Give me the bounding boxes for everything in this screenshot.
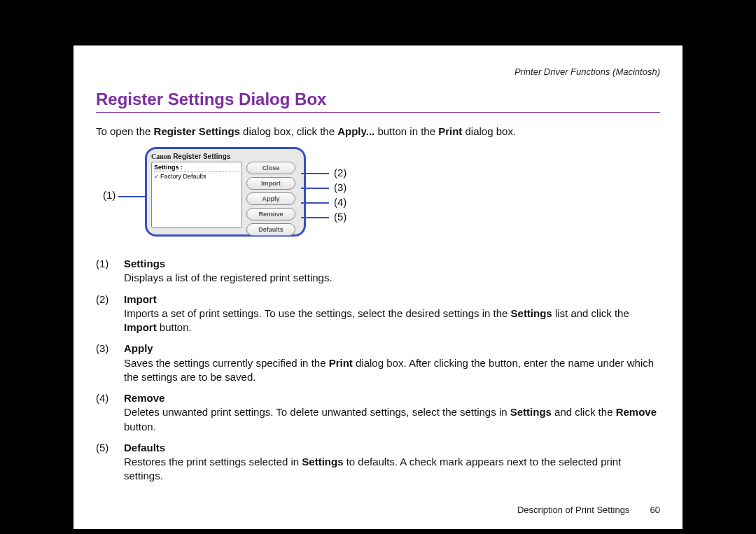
description-bold: Settings bbox=[510, 406, 552, 418]
intro-bold-apply: Apply... bbox=[337, 125, 374, 137]
page-title: Register Settings Dialog Box bbox=[96, 90, 660, 113]
description-item-body: ImportImports a set of print settings. T… bbox=[124, 293, 660, 335]
description-item-title: Remove bbox=[124, 392, 164, 404]
callout-1: (1) bbox=[103, 189, 115, 201]
description-item-title: Settings bbox=[124, 258, 165, 269]
dialog-figure: (1) Canon Register Settings Settings : F… bbox=[103, 147, 502, 241]
description-text: Saves the settings currently specified i… bbox=[124, 357, 329, 369]
intro-text: To open the bbox=[96, 125, 154, 137]
description-text: button. bbox=[157, 321, 192, 333]
description-item: (3)ApplySaves the settings currently spe… bbox=[96, 342, 660, 384]
description-item-body: RemoveDeletes unwanted print settings. T… bbox=[124, 391, 660, 434]
lead-line-3 bbox=[301, 188, 329, 189]
description-item: (4)RemoveDeletes unwanted print settings… bbox=[96, 391, 660, 434]
description-text: Restores the print settings selected in bbox=[124, 456, 302, 468]
settings-listbox-label: Settings : bbox=[154, 164, 239, 172]
description-text: button. bbox=[124, 421, 156, 433]
intro-text: button in the bbox=[374, 125, 438, 137]
callout-3: (3) bbox=[334, 181, 346, 193]
callout-5: (5) bbox=[334, 211, 346, 223]
settings-item-factory-defaults[interactable]: Factory Defaults bbox=[154, 173, 239, 180]
intro-bold-print: Print bbox=[438, 125, 462, 137]
description-item-number: (2) bbox=[96, 293, 124, 335]
description-item-number: (1) bbox=[96, 257, 124, 286]
header-section: Printer Driver Functions (Macintosh) bbox=[96, 66, 660, 77]
description-item-number: (3) bbox=[96, 342, 124, 384]
brand-logo: Canon bbox=[151, 153, 171, 160]
description-text: Imports a set of print settings. To use … bbox=[124, 307, 511, 319]
dialog-button-column: Close Import Apply Remove Defaults bbox=[246, 162, 295, 236]
settings-listbox[interactable]: Settings : Factory Defaults bbox=[151, 162, 242, 228]
description-item: (2)ImportImports a set of print settings… bbox=[96, 293, 660, 335]
import-button[interactable]: Import bbox=[246, 177, 295, 190]
lead-line-2 bbox=[301, 173, 329, 174]
description-item-number: (4) bbox=[96, 391, 124, 434]
footer-text: Description of Print Settings bbox=[517, 505, 629, 515]
description-item-title: Import bbox=[124, 293, 157, 305]
lead-line-5 bbox=[301, 217, 329, 218]
dialog-titlebar: Canon Register Settings bbox=[151, 153, 300, 160]
lead-line-4 bbox=[301, 202, 329, 204]
description-bold: Settings bbox=[302, 456, 343, 468]
page: Printer Driver Functions (Macintosh) Reg… bbox=[74, 45, 682, 529]
description-item-title: Apply bbox=[124, 342, 153, 354]
page-footer: Description of Print Settings 60 bbox=[96, 505, 660, 515]
description-list: (1)SettingsDisplays a list of the regist… bbox=[96, 257, 660, 484]
intro-bold-register: Register Settings bbox=[154, 125, 240, 137]
apply-button[interactable]: Apply bbox=[246, 192, 295, 205]
footer-page-number: 60 bbox=[632, 505, 660, 515]
description-bold: Remove bbox=[616, 406, 657, 418]
intro-text: dialog box. bbox=[462, 125, 516, 137]
dialog-title-text: Register Settings bbox=[173, 153, 230, 160]
close-button[interactable]: Close bbox=[246, 162, 295, 174]
remove-button[interactable]: Remove bbox=[246, 208, 295, 220]
callout-4: (4) bbox=[334, 196, 346, 208]
description-item: (5)DefaultsRestores the print settings s… bbox=[96, 441, 660, 484]
description-item-body: ApplySaves the settings currently specif… bbox=[124, 342, 660, 384]
description-text: Displays a list of the registered print … bbox=[124, 272, 332, 283]
defaults-button[interactable]: Defaults bbox=[246, 223, 295, 236]
description-item-body: DefaultsRestores the print settings sele… bbox=[124, 441, 660, 484]
description-item-title: Defaults bbox=[124, 442, 165, 454]
description-item-number: (5) bbox=[96, 441, 124, 484]
description-text: list and click the bbox=[552, 307, 629, 319]
description-bold: Import bbox=[124, 321, 157, 333]
lead-line-1 bbox=[118, 196, 145, 197]
callout-2: (2) bbox=[334, 167, 346, 178]
intro-paragraph: To open the Register Settings dialog box… bbox=[96, 125, 660, 137]
description-bold: Settings bbox=[511, 307, 552, 319]
description-item-body: SettingsDisplays a list of the registere… bbox=[124, 257, 660, 286]
description-item: (1)SettingsDisplays a list of the regist… bbox=[96, 257, 660, 286]
dialog-body: Settings : Factory Defaults Close Import… bbox=[151, 162, 300, 236]
description-text: and click the bbox=[552, 406, 616, 418]
register-settings-dialog: Canon Register Settings Settings : Facto… bbox=[145, 147, 306, 237]
intro-text: dialog box, click the bbox=[240, 125, 337, 137]
description-text: Deletes unwanted print settings. To dele… bbox=[124, 406, 510, 418]
description-bold: Print bbox=[329, 357, 353, 369]
